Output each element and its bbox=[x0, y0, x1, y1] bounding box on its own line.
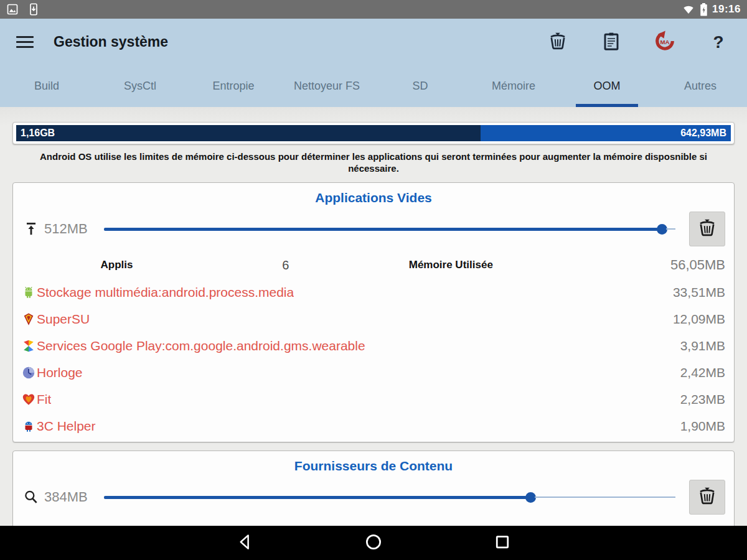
restore-button[interactable]: MA bbox=[652, 30, 677, 55]
tab-autres[interactable]: Autres bbox=[654, 65, 747, 107]
tab-entropie[interactable]: Entropie bbox=[187, 65, 280, 107]
kill-empty-apps-button[interactable] bbox=[689, 212, 725, 246]
recents-button[interactable] bbox=[489, 530, 516, 557]
tab-build[interactable]: Build bbox=[0, 65, 93, 107]
content-providers-card: Fournisseurs de Contenu 384MB bbox=[12, 450, 735, 526]
content-providers-limit-slider[interactable] bbox=[104, 488, 675, 506]
wifi-icon bbox=[682, 3, 695, 16]
slider-fill bbox=[104, 228, 659, 231]
col-memory: Mémoire Utilisée bbox=[359, 259, 542, 271]
app-memory: 33,51MB bbox=[673, 285, 725, 300]
content-providers-card-title: Fournisseurs de Contenu bbox=[22, 456, 725, 475]
memory-free-label: 642,93MB bbox=[680, 128, 726, 139]
list-item[interactable]: 3C Helper 1,90MB bbox=[22, 413, 725, 439]
memory-free-segment: 642,93MB bbox=[481, 125, 731, 141]
home-icon bbox=[364, 533, 383, 554]
tab-sysctl[interactable]: SysCtl bbox=[93, 65, 187, 107]
list-item[interactable]: Stockage multimédia:android.process.medi… bbox=[22, 279, 725, 306]
app-name: Fit bbox=[37, 392, 51, 407]
magnifier-icon bbox=[22, 488, 40, 506]
oom-description: Android OS utilise les limites de mémoir… bbox=[22, 151, 725, 174]
back-icon bbox=[235, 533, 254, 554]
app-name: Stockage multimédia:android.process.medi… bbox=[37, 285, 294, 300]
empty-apps-basket-icon bbox=[697, 485, 718, 509]
android-nav-bar bbox=[0, 526, 747, 560]
heart-icon bbox=[22, 393, 35, 406]
empty-apps-limit-slider[interactable] bbox=[104, 220, 675, 238]
col-apps: Applis bbox=[22, 259, 212, 271]
tab-bar: Build SysCtl Entropie Nettoyeur FS SD Mé… bbox=[0, 65, 747, 107]
empty-apps-limit-value: 512MB bbox=[44, 221, 88, 237]
battery-charging-icon bbox=[700, 3, 708, 16]
menu-icon[interactable] bbox=[16, 36, 34, 48]
robot-3c-icon bbox=[22, 419, 35, 433]
recents-icon bbox=[493, 533, 512, 554]
list-item[interactable]: Services Google Play:com.google.android.… bbox=[22, 332, 725, 359]
android-robot-icon bbox=[22, 286, 35, 299]
app-memory: 12,09MB bbox=[673, 312, 725, 327]
oom-content: 1,16GB 642,93MB Android OS utilise les l… bbox=[0, 107, 747, 526]
log-button[interactable] bbox=[599, 30, 624, 55]
tab-nettoyeur-fs[interactable]: Nettoyeur FS bbox=[280, 65, 374, 107]
empty-apps-card: Applications Vides 512MB bbox=[12, 182, 735, 442]
arrow-up-to-bar-icon bbox=[22, 220, 40, 238]
empty-apps-basket-icon bbox=[697, 217, 718, 241]
memory-total: 157,01MB bbox=[542, 525, 725, 526]
home-button[interactable] bbox=[360, 530, 387, 557]
list-item[interactable]: Horloge 2,42MB bbox=[22, 359, 725, 386]
empty-apps-basket-icon bbox=[547, 30, 568, 54]
app-memory: 3,91MB bbox=[680, 338, 725, 353]
tab-sd[interactable]: SD bbox=[374, 65, 467, 107]
apps-count: 6 bbox=[212, 258, 359, 273]
content-providers-table-header: Applis 4 Mémoire Utilisée 157,01MB bbox=[22, 520, 725, 526]
slider-track-rest bbox=[535, 497, 675, 498]
image-notification-icon bbox=[6, 3, 19, 16]
app-memory: 2,23MB bbox=[680, 392, 725, 407]
app-memory: 2,42MB bbox=[680, 365, 725, 380]
app-bar: Gestion système bbox=[0, 19, 747, 65]
slider-fill bbox=[104, 496, 527, 499]
app-name: 3C Helper bbox=[37, 419, 96, 434]
clock-icon bbox=[22, 366, 35, 380]
tab-oom[interactable]: OOM bbox=[560, 65, 654, 107]
clock-time: 19:16 bbox=[712, 3, 741, 16]
back-button[interactable] bbox=[231, 530, 258, 557]
empty-apps-basket-button[interactable] bbox=[545, 30, 570, 55]
memory-used-segment: 1,16GB bbox=[16, 125, 481, 141]
app-name: SuperSU bbox=[37, 312, 90, 327]
supersu-shield-icon bbox=[22, 312, 35, 326]
memory-used-label: 1,16GB bbox=[21, 128, 55, 139]
clipboard-icon bbox=[601, 30, 621, 54]
status-bar: 19:16 bbox=[0, 0, 747, 19]
tab-memoire[interactable]: Mémoire bbox=[467, 65, 560, 107]
help-icon: ? bbox=[713, 32, 723, 52]
app-name: Services Google Play:com.google.android.… bbox=[37, 338, 365, 353]
svg-text:MA: MA bbox=[660, 39, 670, 45]
app-memory: 1,90MB bbox=[680, 419, 725, 434]
help-button[interactable]: ? bbox=[706, 30, 731, 55]
memory-total: 56,05MB bbox=[542, 257, 725, 273]
memory-usage-bar: 1,16GB 642,93MB bbox=[12, 122, 735, 144]
page-title: Gestion système bbox=[54, 34, 168, 50]
tab-selected-underline bbox=[576, 104, 638, 107]
content-providers-limit-value: 384MB bbox=[44, 489, 88, 505]
google-play-services-icon bbox=[22, 339, 35, 353]
list-item[interactable]: Fit 2,23MB bbox=[22, 386, 725, 413]
kill-content-providers-button[interactable] bbox=[689, 480, 725, 515]
list-item[interactable]: SuperSU 12,09MB bbox=[22, 306, 725, 332]
empty-apps-table-header: Applis 6 Mémoire Utilisée 56,05MB bbox=[22, 251, 725, 279]
app-name: Horloge bbox=[37, 365, 83, 380]
slider-track-rest bbox=[666, 228, 675, 230]
empty-apps-card-title: Applications Vides bbox=[22, 188, 725, 207]
device-download-icon bbox=[27, 3, 40, 16]
restore-ma-icon: MA bbox=[654, 30, 676, 55]
